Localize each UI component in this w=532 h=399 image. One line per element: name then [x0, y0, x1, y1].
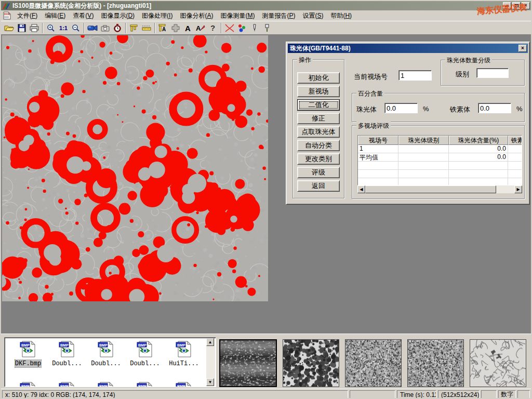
hscroll-thumb[interactable]: [365, 185, 496, 193]
caliper-icon[interactable]: [128, 22, 140, 34]
one-to-one-button[interactable]: 1:1: [57, 22, 70, 34]
file-item[interactable]: BMPDoubl...: [48, 340, 86, 367]
table-col-4[interactable]: 铁素体含量(%): [508, 136, 522, 145]
thumbnail-2[interactable]: [283, 339, 339, 387]
op-button-2[interactable]: 新视场: [297, 86, 340, 97]
timer-icon[interactable]: [111, 22, 124, 34]
svg-text:BMP: BMP: [21, 343, 30, 347]
menu-item-i[interactable]: 图像处理(I): [138, 10, 176, 21]
menu-item-p[interactable]: 测量报告(P): [258, 10, 299, 21]
pearlite-dialog: 珠光体(GB/T9441-88) × 操作 初始化新视场二值化修正点取珠光体自动…: [286, 42, 530, 205]
window-title: IS100显微摄像系统(金相分析版) - [zhuguangti01]: [12, 2, 151, 10]
dialog-title-bar[interactable]: 珠光体(GB/T9441-88) ×: [288, 44, 528, 53]
help-icon[interactable]: ?: [207, 22, 219, 34]
camera-icon[interactable]: [99, 22, 111, 34]
minimize-button[interactable]: [503, 2, 511, 9]
menu-item-a[interactable]: 图像分析(A): [176, 10, 217, 21]
toolbar-separator: [125, 23, 126, 33]
svg-text:BMP: BMP: [21, 384, 30, 388]
metallograph-image[interactable]: [2, 35, 268, 301]
op-button-7[interactable]: 更改类别: [297, 153, 340, 165]
file-name: Doubl...: [91, 360, 121, 367]
table-cell: [449, 170, 508, 178]
table-row[interactable]: 10.0: [358, 145, 522, 153]
table-row[interactable]: [358, 170, 522, 178]
menu-item-m[interactable]: 图像测量(M): [217, 10, 258, 21]
open-icon[interactable]: [3, 22, 16, 34]
table-cell: [508, 170, 522, 178]
pen-icon[interactable]: [248, 22, 261, 34]
title-bar: IS100显微摄像系统(金相分析版) - [zhuguangti01] ×: [1, 1, 531, 10]
level-input[interactable]: [476, 68, 509, 78]
file-item[interactable]: BMP: [126, 381, 164, 387]
op-button-9[interactable]: 返回: [297, 180, 340, 192]
restore-button[interactable]: [512, 2, 521, 9]
file-item[interactable]: BMP: [87, 381, 125, 387]
status-time: Time (s): 0.113: [397, 390, 436, 399]
thumbnail-3[interactable]: [345, 339, 402, 387]
op-button-5[interactable]: 点取珠光体: [297, 126, 340, 138]
file-list[interactable]: ▲ ▼ BMPDKF.bmpBMPDoubl...BMPDoubl...BMPD…: [4, 337, 216, 387]
scroll-down-icon[interactable]: ▼: [206, 378, 214, 386]
file-item[interactable]: BMP: [165, 381, 203, 387]
svg-text:BMP: BMP: [60, 384, 69, 388]
file-item[interactable]: BMP: [48, 381, 86, 387]
grid-icon[interactable]: [169, 22, 182, 34]
scroll-left-icon[interactable]: ◀: [357, 185, 365, 193]
file-item[interactable]: BMPDoubl...: [126, 340, 164, 367]
file-list-scrollbar[interactable]: ▲ ▼: [206, 338, 215, 386]
close-button[interactable]: ×: [522, 2, 530, 9]
bmp-file-icon: BMP: [58, 381, 76, 387]
file-item[interactable]: BMPHuiTi...: [165, 340, 203, 367]
file-item[interactable]: BMPDoubl...: [87, 340, 125, 367]
thumbnail-1[interactable]: [219, 339, 277, 387]
annotate-icon[interactable]: A: [194, 22, 207, 34]
op-button-4[interactable]: 修正: [297, 113, 340, 124]
table-hscrollbar[interactable]: ◀ ▶: [357, 185, 522, 193]
menu-item-v[interactable]: 查看(V): [69, 10, 97, 21]
menu-item-h[interactable]: 帮助(H): [327, 10, 355, 21]
menu-item-f[interactable]: 文件(F): [14, 10, 41, 21]
op-button-3[interactable]: 二值化: [297, 99, 340, 111]
application-window: IS100显微摄像系统(金相分析版) - [zhuguangti01] × 海东…: [0, 0, 532, 399]
scroll-up-icon[interactable]: ▲: [206, 338, 214, 346]
zoom-in-icon[interactable]: [45, 22, 57, 34]
table-col-2[interactable]: 珠光体级别: [398, 136, 449, 145]
pearlite-input[interactable]: 0.0: [384, 103, 418, 113]
ferrite-input[interactable]: 0.0: [478, 103, 511, 113]
brush-icon[interactable]: [261, 22, 273, 34]
menu-item-e[interactable]: 编辑(E): [41, 10, 69, 21]
zoom-out-icon[interactable]: [70, 22, 82, 34]
thumbnail-5[interactable]: [470, 339, 526, 387]
scroll-right-icon[interactable]: ▶: [514, 185, 522, 193]
file-item[interactable]: BMP: [9, 381, 47, 387]
print-icon[interactable]: [28, 22, 41, 34]
menu-item-s[interactable]: 设置(S): [299, 10, 327, 21]
multi-field-group-label: 多视场评级: [356, 122, 391, 130]
thumbnail-4[interactable]: [407, 339, 464, 387]
op-button-1[interactable]: 初始化: [297, 72, 340, 84]
measure-text-icon[interactable]: A: [157, 22, 169, 34]
dialog-close-icon[interactable]: ×: [518, 45, 527, 52]
color-dots-icon[interactable]: [236, 22, 248, 34]
file-name: Doubl...: [130, 360, 160, 367]
file-item[interactable]: BMPDKF.bmp: [9, 340, 47, 367]
table-row[interactable]: 平均值0.0: [358, 153, 522, 162]
table-col-3[interactable]: 珠光体含量(%): [449, 136, 508, 145]
text-icon[interactable]: A: [182, 22, 194, 34]
table-row[interactable]: [358, 178, 522, 185]
bmp-file-icon: BMP: [97, 340, 115, 358]
toolbar-separator: [154, 23, 155, 33]
menu-item-d[interactable]: 图像显示(D): [97, 10, 138, 21]
rating-table[interactable]: 视场号珠光体级别珠光体含量(%)铁素体含量(%)10.0平均值0.0: [357, 135, 522, 185]
current-field-input[interactable]: 1: [398, 70, 432, 81]
table-col-1[interactable]: 视场号: [358, 136, 398, 145]
video-camera-icon[interactable]: [86, 22, 99, 34]
op-button-8[interactable]: 评级: [297, 167, 340, 178]
op-button-6[interactable]: 自动分类: [297, 140, 340, 151]
svg-text:BMP: BMP: [60, 343, 69, 347]
table-row[interactable]: [358, 162, 522, 170]
ruler-icon[interactable]: [140, 22, 153, 34]
curve-delete-icon[interactable]: [223, 22, 236, 34]
save-icon[interactable]: [16, 22, 28, 34]
